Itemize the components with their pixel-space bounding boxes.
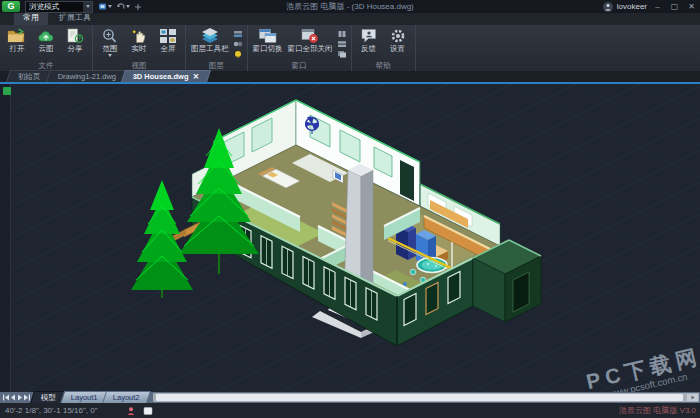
ribbon-group-view: 范围 实时 全屏 视图 bbox=[93, 25, 186, 71]
quick-tool-button[interactable] bbox=[115, 2, 131, 11]
doc-tab-label: 初始页 bbox=[18, 72, 41, 82]
scrollbar-right-arrow[interactable] bbox=[687, 394, 698, 401]
group-label-help: 帮助 bbox=[355, 60, 412, 71]
tab-home[interactable]: 常用 bbox=[14, 11, 48, 25]
house-drawing: PC下载网 www.pcsoft.com.cn bbox=[0, 84, 700, 392]
zoom-extents-button[interactable]: 范围 bbox=[96, 27, 124, 57]
cloud-icon bbox=[36, 27, 56, 44]
ribbon-group-help: 反馈 设置 帮助 bbox=[352, 25, 416, 71]
feedback-button[interactable]: 反馈 bbox=[355, 27, 383, 53]
ribbon-group-window: 窗口切换 窗口全部关闭 窗口 bbox=[248, 25, 352, 71]
undo-icon bbox=[116, 2, 125, 11]
share-button[interactable]: 分享 bbox=[61, 27, 89, 53]
tile-horizontal-icon[interactable] bbox=[337, 40, 347, 48]
realtime-pan-button[interactable]: 实时 bbox=[125, 27, 153, 53]
fullscreen-label: 全屏 bbox=[161, 44, 176, 53]
window-switch-icon bbox=[258, 27, 278, 44]
drawing-canvas[interactable]: PC下载网 www.pcsoft.com.cn bbox=[0, 84, 700, 392]
feedback-label: 反馈 bbox=[361, 44, 376, 53]
layout-nav-arrows[interactable] bbox=[2, 393, 32, 402]
realtime-pan-label: 实时 bbox=[132, 44, 147, 53]
chevron-down-icon bbox=[108, 5, 112, 8]
scrollbar-thumb[interactable] bbox=[156, 394, 683, 401]
layer-toolbar-label: 图层工具栏 bbox=[191, 44, 229, 53]
layer-isolate-icon[interactable] bbox=[233, 40, 243, 48]
chevron-right-icon bbox=[691, 396, 694, 400]
layer-settings-icon[interactable] bbox=[233, 30, 243, 38]
layout-tab-label: Layout1 bbox=[71, 393, 98, 403]
feedback-icon bbox=[359, 27, 379, 44]
workspace-button[interactable] bbox=[97, 2, 113, 11]
chevron-down-icon bbox=[108, 54, 112, 57]
cloud-drawing-button[interactable]: 云图 bbox=[32, 27, 60, 53]
document-tab-bar: 初始页 Drawing1-21.dwg 3D Housea.dwg ✕ bbox=[0, 71, 700, 84]
ribbon-group-layer: 图层工具栏 图层 bbox=[186, 25, 248, 71]
quick-access-toolbar bbox=[97, 2, 143, 11]
user-name: lovokeer bbox=[617, 2, 647, 11]
minimize-button[interactable]: – bbox=[651, 0, 664, 13]
close-all-windows-button[interactable]: 窗口全部关闭 bbox=[286, 27, 335, 53]
workspace-icon bbox=[98, 2, 107, 11]
settings-label: 设置 bbox=[390, 44, 405, 53]
view-mode-caret-button[interactable] bbox=[83, 2, 92, 12]
window-title: 浩辰云图 电脑版 - (3D Housea.dwg) bbox=[150, 1, 550, 12]
layout-tab-label: Layout2 bbox=[113, 393, 140, 403]
app-brand-text: 浩辰云图 电脑版 V3.0 bbox=[619, 405, 696, 416]
person-icon bbox=[604, 3, 612, 11]
share-icon bbox=[65, 27, 85, 44]
tile-vertical-icon[interactable] bbox=[337, 30, 347, 38]
layer-mini-buttons bbox=[232, 27, 244, 58]
close-all-windows-label: 窗口全部关闭 bbox=[288, 44, 333, 53]
status-icons bbox=[126, 406, 153, 416]
close-all-windows-icon bbox=[300, 27, 320, 44]
settings-button[interactable]: 设置 bbox=[384, 27, 412, 53]
fullscreen-button[interactable]: 全屏 bbox=[154, 27, 182, 53]
zoom-extents-label: 范围 bbox=[103, 44, 118, 53]
status-bar: 40'-2 1/8", 30'-1 15/16", 0" 浩辰云图 电脑版 V3… bbox=[0, 403, 700, 418]
group-label-window: 窗口 bbox=[251, 60, 348, 71]
plus-icon bbox=[134, 3, 142, 11]
chevron-down-icon bbox=[86, 5, 90, 8]
ribbon: 打开 云图 分享 文件 bbox=[0, 25, 700, 72]
doc-tab-drawing1[interactable]: Drawing1-21.dwg bbox=[46, 70, 128, 82]
clean-screen-icon[interactable] bbox=[143, 406, 153, 416]
layout-tab-label: 模型 bbox=[41, 393, 56, 403]
open-button-label: 打开 bbox=[10, 44, 25, 53]
fullscreen-icon bbox=[159, 27, 177, 44]
layout-tab-bar: 模型 Layout1 Layout2 bbox=[0, 392, 700, 403]
tab-extended-tools[interactable]: 扩展工具 bbox=[50, 11, 100, 25]
cascade-windows-icon[interactable] bbox=[337, 50, 347, 58]
view-mode-value: 浏览模式 bbox=[26, 2, 83, 12]
view-mode-select[interactable]: 浏览模式 bbox=[25, 1, 93, 13]
doc-tab-label: 3D Housea.dwg bbox=[133, 72, 189, 82]
title-bar-right: lovokeer – ▢ ✕ bbox=[603, 0, 700, 13]
app-logo[interactable]: G bbox=[2, 1, 20, 12]
doc-tab-label: Drawing1-21.dwg bbox=[57, 72, 115, 82]
tab-close-icon[interactable]: ✕ bbox=[193, 72, 199, 82]
close-button[interactable]: ✕ bbox=[685, 0, 698, 13]
share-button-label: 分享 bbox=[68, 44, 83, 53]
open-button[interactable]: 打开 bbox=[3, 27, 31, 53]
message-person-icon[interactable] bbox=[126, 406, 136, 416]
mini-ucs-icon[interactable] bbox=[3, 87, 11, 95]
cad-viewer-window: G 浏览模式 浩辰云图 电脑版 - (3D Housea.dwg) lovoke… bbox=[0, 0, 700, 418]
horizontal-scrollbar[interactable] bbox=[153, 393, 699, 402]
window-arrange-mini-buttons bbox=[336, 27, 348, 58]
window-switch-button[interactable]: 窗口切换 bbox=[251, 27, 285, 53]
coordinates-readout: 40'-2 1/8", 30'-1 15/16", 0" bbox=[5, 406, 98, 415]
open-folder-icon bbox=[7, 27, 27, 44]
window-switch-label: 窗口切换 bbox=[253, 44, 283, 53]
zoom-extents-icon bbox=[100, 27, 120, 44]
ribbon-tab-bar: 常用 扩展工具 bbox=[0, 13, 700, 25]
doc-tab-3d-housea[interactable]: 3D Housea.dwg ✕ bbox=[121, 70, 211, 82]
layers-icon bbox=[200, 27, 220, 44]
layer-toolbar-button[interactable]: 图层工具栏 bbox=[189, 27, 231, 53]
layer-bulb-icon[interactable] bbox=[233, 50, 243, 58]
user-avatar[interactable] bbox=[603, 2, 613, 12]
customize-toolbar-button[interactable] bbox=[133, 3, 143, 11]
ribbon-group-file: 打开 云图 分享 文件 bbox=[0, 25, 93, 71]
maximize-button[interactable]: ▢ bbox=[668, 0, 681, 13]
pan-hand-icon bbox=[129, 27, 149, 44]
gear-icon bbox=[388, 27, 408, 44]
title-bar: G 浏览模式 浩辰云图 电脑版 - (3D Housea.dwg) lovoke… bbox=[0, 0, 700, 13]
